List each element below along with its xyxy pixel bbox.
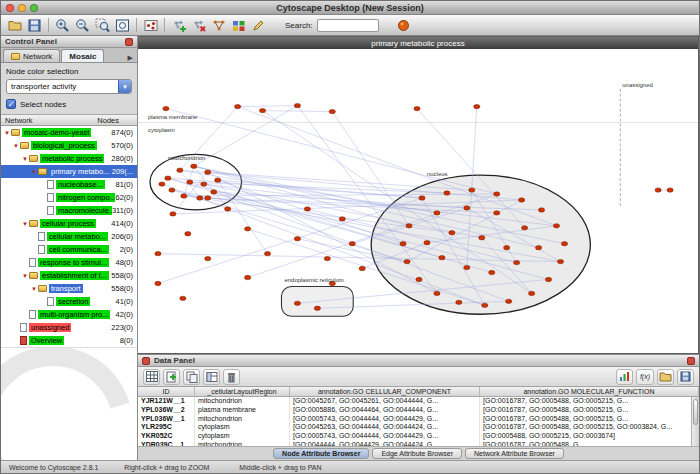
network-node[interactable] bbox=[434, 291, 440, 295]
tree-row[interactable]: ▼ macromolecule... 311(0) bbox=[1, 204, 137, 217]
column-header-id[interactable]: ID bbox=[138, 387, 195, 396]
vizmapper-icon[interactable] bbox=[229, 16, 248, 34]
network-node[interactable] bbox=[561, 242, 567, 246]
network-node[interactable] bbox=[165, 176, 171, 180]
network-node[interactable] bbox=[359, 266, 365, 270]
copy-attribute-icon[interactable] bbox=[183, 369, 200, 385]
destroy-network-icon[interactable] bbox=[189, 16, 208, 34]
network-node[interactable] bbox=[294, 237, 300, 241]
network-edge[interactable] bbox=[173, 172, 208, 214]
expander-icon[interactable]: ▼ bbox=[30, 169, 38, 175]
network-node[interactable] bbox=[205, 256, 211, 260]
panel-close-button[interactable] bbox=[125, 38, 133, 46]
network-node[interactable] bbox=[444, 191, 450, 195]
network-edge[interactable] bbox=[194, 106, 298, 167]
network-node[interactable] bbox=[191, 164, 197, 168]
network-node[interactable] bbox=[294, 103, 300, 107]
network-node[interactable] bbox=[245, 275, 251, 279]
tab-edge-attribute-browser[interactable]: Edge Attribute Browser bbox=[372, 448, 462, 459]
tree-row[interactable]: ▼ multi-organism pro... 42(0) bbox=[1, 308, 137, 321]
network-edge[interactable] bbox=[190, 182, 447, 193]
network-node[interactable] bbox=[439, 255, 445, 259]
column-header-region[interactable]: _cellularLayoutRegion bbox=[195, 387, 290, 396]
network-node[interactable] bbox=[169, 188, 175, 192]
tree-row[interactable]: ▼ cellular metabo... 206(0) bbox=[1, 230, 137, 243]
expander-icon[interactable]: ▼ bbox=[21, 156, 29, 162]
cell-region[interactable]: cytoplasm bbox=[195, 432, 290, 441]
annotation-icon[interactable] bbox=[249, 16, 268, 34]
tree-row[interactable]: ▼ establishment of l... 558(0) bbox=[1, 269, 137, 282]
network-node[interactable] bbox=[434, 211, 440, 215]
network-node[interactable] bbox=[557, 259, 563, 263]
network-node[interactable] bbox=[205, 196, 211, 200]
network-node[interactable] bbox=[187, 180, 193, 184]
tree-row[interactable]: ▼ mosaic-demo-yeast 874(0) bbox=[1, 126, 137, 139]
network-node[interactable] bbox=[479, 236, 485, 240]
network-node[interactable] bbox=[339, 217, 345, 221]
cell-region[interactable]: mitochondrion bbox=[195, 397, 290, 406]
zoom-fit-icon[interactable] bbox=[113, 16, 132, 34]
network-node[interactable] bbox=[159, 182, 165, 186]
delete-attribute-icon[interactable] bbox=[223, 369, 240, 385]
node-color-dropdown[interactable]: transporter activity ▾ bbox=[6, 79, 132, 94]
import-attributes-icon[interactable] bbox=[657, 369, 674, 385]
network-node[interactable] bbox=[538, 208, 544, 212]
tree-row[interactable]: ▼ secretion 41(0) bbox=[1, 295, 137, 308]
tree-row[interactable]: ▼ transport 558(0) bbox=[1, 282, 137, 295]
network-canvas[interactable]: plasma membrane cytoplasm mitochondrion … bbox=[138, 49, 698, 353]
network-node[interactable] bbox=[170, 212, 176, 216]
network-node[interactable] bbox=[655, 188, 661, 192]
network-node[interactable] bbox=[424, 241, 430, 245]
tab-scroll-right-icon[interactable]: ▶ bbox=[126, 54, 135, 62]
cell-cellular-component[interactable]: [GO:0005886, GO:0044464, GO:0044444, G..… bbox=[290, 406, 480, 415]
network-node[interactable] bbox=[506, 299, 512, 303]
column-header-molecular-function[interactable]: annotation.GO MOLECULAR_FUNCTION bbox=[480, 387, 699, 396]
network-node[interactable] bbox=[259, 108, 265, 112]
network-node[interactable] bbox=[211, 190, 217, 194]
network-node[interactable] bbox=[416, 277, 422, 281]
tree-row[interactable]: ▼ biological_process 570(0) bbox=[1, 139, 137, 152]
network-node[interactable] bbox=[245, 227, 251, 231]
zoom-selected-icon[interactable] bbox=[93, 16, 112, 34]
network-node[interactable] bbox=[535, 246, 541, 250]
network-node[interactable] bbox=[324, 256, 330, 260]
select-nodes-checkbox[interactable]: ✓ Select nodes bbox=[6, 99, 132, 109]
network-canvas-svg[interactable]: plasma membrane cytoplasm mitochondrion … bbox=[138, 49, 698, 353]
plugin-icon[interactable] bbox=[394, 16, 413, 34]
network-node[interactable] bbox=[314, 306, 320, 310]
apply-layout-icon[interactable] bbox=[209, 16, 228, 34]
network-node[interactable] bbox=[464, 265, 470, 269]
network-edge[interactable] bbox=[238, 106, 298, 107]
tab-network-attribute-browser[interactable]: Network Attribute Browser bbox=[465, 448, 564, 459]
network-node[interactable] bbox=[264, 251, 270, 255]
search-input[interactable] bbox=[317, 19, 379, 32]
network-node[interactable] bbox=[456, 300, 462, 304]
tree-row[interactable]: ▼ cellular process 414(0) bbox=[1, 217, 137, 230]
zoom-in-icon[interactable] bbox=[53, 16, 72, 34]
cell-region[interactable]: mitochondrion bbox=[195, 441, 290, 446]
network-node[interactable] bbox=[180, 296, 186, 300]
network-node[interactable] bbox=[474, 104, 480, 108]
tree-row[interactable]: ▼ nitrogen compo... 62(0) bbox=[1, 191, 137, 204]
network-node[interactable] bbox=[349, 242, 355, 246]
tab-network[interactable]: Network bbox=[3, 49, 60, 62]
network-node[interactable] bbox=[514, 260, 520, 264]
network-node[interactable] bbox=[163, 106, 169, 110]
cell-id[interactable]: YPL036W__1 bbox=[138, 415, 195, 424]
network-node[interactable] bbox=[419, 196, 425, 200]
network-node[interactable] bbox=[553, 224, 559, 228]
network-edge[interactable] bbox=[263, 111, 333, 112]
network-node[interactable] bbox=[464, 206, 470, 210]
tab-mosaic[interactable]: Mosaic bbox=[61, 49, 104, 62]
network-node[interactable] bbox=[469, 188, 475, 192]
network-node[interactable] bbox=[225, 207, 231, 211]
cell-id[interactable]: YKR052C bbox=[138, 432, 195, 441]
network-node[interactable] bbox=[529, 291, 535, 295]
tree-row[interactable]: ▼ response to stimul... 48(0) bbox=[1, 256, 137, 269]
network-node[interactable] bbox=[215, 178, 221, 182]
network-node[interactable] bbox=[406, 224, 412, 228]
open-session-icon[interactable] bbox=[5, 16, 24, 34]
network-node[interactable] bbox=[304, 207, 310, 211]
network-node[interactable] bbox=[519, 198, 525, 202]
network-node[interactable] bbox=[177, 168, 183, 172]
